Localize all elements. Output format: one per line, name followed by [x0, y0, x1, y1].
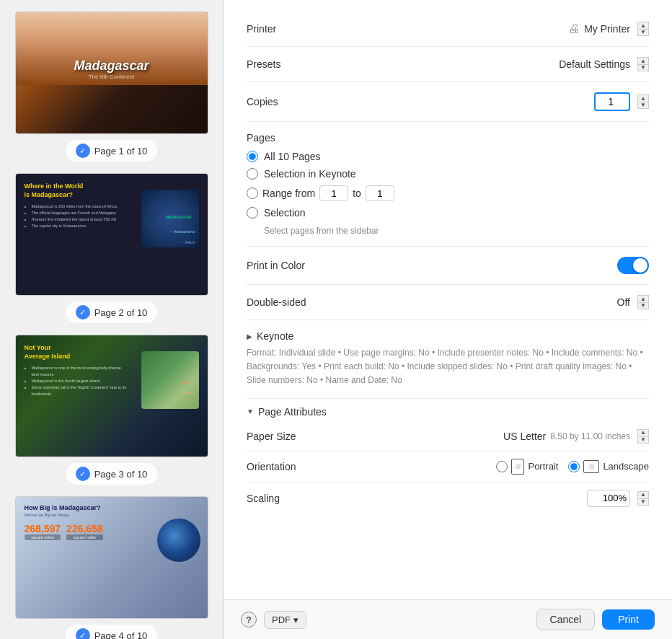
presets-name: Default Settings: [559, 58, 630, 70]
pages-selection-label: Selection: [264, 207, 306, 219]
double-sided-stepper-up[interactable]: ▲: [637, 295, 649, 302]
pages-range-radio[interactable]: [247, 188, 258, 199]
print-panel: Printer 🖨 My Printer ▲ ▼ Presets Default…: [224, 0, 672, 639]
pdf-button[interactable]: PDF ▾: [264, 611, 306, 629]
slide-4-label: ✓ Page 4 of 10: [66, 625, 158, 639]
slides-panel: Madagascar The 8th Continent ✓ Page 1 of…: [0, 0, 224, 639]
scaling-stepper[interactable]: ▲ ▼: [637, 491, 649, 506]
scaling-stepper-down[interactable]: ▼: [637, 498, 649, 506]
orientation-label: Orientation: [247, 461, 296, 472]
pages-selection-option[interactable]: Selection: [247, 207, 649, 219]
help-button[interactable]: ?: [241, 612, 257, 627]
slide-thumbnail-3: Not YourAverage Island Madagascar is one…: [15, 335, 208, 457]
portrait-label: Portrait: [528, 461, 558, 472]
page-attributes-section: ▼ Page Attributes Paper Size US Letter 8…: [247, 402, 649, 514]
keynote-section-title: Keynote: [257, 330, 293, 342]
double-sided-value[interactable]: Off ▲ ▼: [617, 295, 649, 309]
pages-selection-radio[interactable]: [247, 207, 258, 219]
printer-stepper-down[interactable]: ▼: [637, 29, 649, 36]
keynote-chevron-icon: ▶: [247, 332, 252, 340]
presets-value[interactable]: Default Settings ▲ ▼: [559, 57, 649, 71]
slide-1-title: Madagascar: [74, 58, 149, 74]
double-sided-status: Off: [617, 296, 630, 308]
pages-range-to-input[interactable]: [366, 185, 394, 201]
pages-range-row: Range from to: [247, 185, 649, 201]
scaling-label: Scaling: [247, 493, 280, 504]
paper-size-label: Paper Size: [247, 431, 296, 442]
keynote-description: Format: Individual slide • Use page marg…: [247, 346, 649, 388]
orientation-row: Orientation ⬜ Portrait ⬜ Landscape: [247, 451, 649, 482]
pages-all-option[interactable]: All 10 Pages: [247, 151, 649, 162]
slide-1-label: ✓ Page 1 of 10: [66, 140, 158, 162]
presets-stepper-down[interactable]: ▼: [637, 64, 649, 71]
landscape-label: Landscape: [603, 461, 649, 472]
landscape-radio[interactable]: [568, 461, 580, 472]
double-sided-stepper-down[interactable]: ▼: [637, 302, 649, 309]
landscape-option[interactable]: ⬜ Landscape: [568, 460, 649, 473]
paper-size-stepper[interactable]: ▲ ▼: [637, 429, 649, 444]
presets-row: Presets Default Settings ▲ ▼: [247, 47, 649, 82]
print-color-toggle[interactable]: [617, 257, 649, 274]
pages-range-from-input[interactable]: [319, 185, 348, 201]
slide-item-1[interactable]: Madagascar The 8th Continent ✓ Page 1 of…: [14, 12, 208, 162]
scaling-stepper-up[interactable]: ▲: [637, 491, 649, 498]
pages-all-label: All 10 Pages: [264, 151, 321, 162]
pages-selection-keynote-option[interactable]: Selection in Keynote: [247, 168, 649, 180]
slide-item-2[interactable]: Where in the Worldis Madagascar? Madagas…: [14, 173, 208, 323]
copies-stepper-down[interactable]: ▼: [637, 102, 649, 109]
paper-size-stepper-down[interactable]: ▼: [637, 436, 649, 444]
scaling-input[interactable]: [587, 490, 630, 507]
portrait-option[interactable]: ⬜ Portrait: [496, 459, 558, 475]
slide-item-4[interactable]: How Big is Madagascar? Almost as Big as …: [14, 496, 208, 639]
printer-stepper-up[interactable]: ▲: [637, 22, 649, 29]
slide-3-bullets: Madagascar is one of the most ecological…: [25, 365, 128, 397]
presets-stepper-up[interactable]: ▲: [637, 57, 649, 64]
scaling-value: ▲ ▼: [587, 490, 649, 507]
slide-3-title: Not YourAverage Island: [25, 344, 128, 361]
pages-all-radio[interactable]: [247, 151, 258, 162]
slide-item-3[interactable]: Not YourAverage Island Madagascar is one…: [14, 335, 208, 485]
portrait-icon: ⬜: [511, 459, 524, 475]
printer-value[interactable]: 🖨 My Printer ▲ ▼: [568, 22, 649, 36]
slide-2-bullets: Madagascar is 250 miles from the coast o…: [25, 203, 128, 229]
toggle-knob: [633, 258, 647, 273]
copies-value: ▲ ▼: [594, 92, 649, 111]
printer-stepper[interactable]: ▲ ▼: [637, 22, 649, 36]
scaling-row: Scaling ▲ ▼: [247, 482, 649, 514]
copies-stepper-up[interactable]: ▲: [637, 94, 649, 102]
paper-size-value[interactable]: US Letter 8.50 by 11.00 inches ▲ ▼: [503, 429, 649, 444]
cancel-button[interactable]: Cancel: [536, 609, 596, 630]
pages-range-to-label: to: [353, 188, 361, 199]
pages-radio-group: All 10 Pages Selection in Keynote Range …: [247, 151, 649, 236]
copies-label: Copies: [247, 96, 278, 107]
keynote-section-header[interactable]: ▶ Keynote: [247, 320, 649, 346]
double-sided-stepper[interactable]: ▲ ▼: [637, 295, 649, 309]
footer: ? PDF ▾ Cancel Print: [224, 599, 672, 639]
slide-4-globe: [157, 519, 200, 562]
slide-2-label: ✓ Page 2 of 10: [66, 301, 158, 323]
double-sided-label: Double-sided: [247, 296, 306, 308]
printer-name: My Printer: [584, 23, 630, 35]
pages-range-label: Range from: [262, 188, 315, 199]
portrait-radio[interactable]: [496, 461, 508, 472]
printer-label: Printer: [247, 23, 276, 35]
page-attributes-title: Page Attributes: [258, 406, 327, 418]
slide-3-check-icon: ✓: [76, 467, 90, 481]
copies-stepper[interactable]: ▲ ▼: [637, 94, 649, 109]
slide-4-title: How Big is Madagascar?: [25, 504, 199, 511]
copies-input[interactable]: [594, 92, 630, 111]
pdf-label: PDF: [272, 614, 291, 625]
pages-selection-keynote-radio[interactable]: [247, 168, 258, 180]
slide-thumbnail-1: Madagascar The 8th Continent: [15, 12, 208, 134]
page-attributes-header[interactable]: ▼ Page Attributes: [247, 402, 649, 422]
paper-size-stepper-up[interactable]: ▲: [637, 429, 649, 436]
slide-3-label: ✓ Page 3 of 10: [66, 463, 158, 485]
pages-selection-hint: Select pages from the sidebar: [247, 226, 649, 236]
orientation-options: ⬜ Portrait ⬜ Landscape: [496, 459, 649, 475]
print-settings: Printer 🖨 My Printer ▲ ▼ Presets Default…: [224, 0, 672, 599]
presets-stepper[interactable]: ▲ ▼: [637, 57, 649, 71]
paper-size-name: US Letter: [503, 431, 546, 442]
paper-size-row: Paper Size US Letter 8.50 by 11.00 inche…: [247, 422, 649, 451]
slide-thumbnail-2: Where in the Worldis Madagascar? Madagas…: [15, 173, 208, 296]
print-button[interactable]: Print: [602, 609, 655, 630]
